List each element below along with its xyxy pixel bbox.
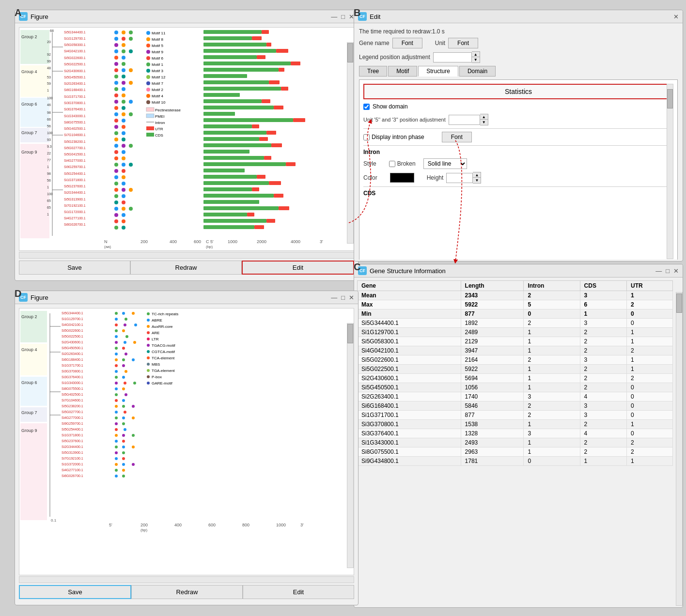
svg-point-299 [125,318,127,321]
svg-point-311 [122,347,125,350]
redraw-time: The time required to redraw:1.0 s [359,28,678,35]
svg-text:Si4G277100.1: Si4G277100.1 [64,216,86,220]
col-utr: UTR [627,281,673,291]
tab-tree[interactable]: Tree [359,66,387,77]
intron-color-swatch[interactable] [390,173,414,183]
cell-length: 2493 [461,438,524,447]
svg-text:Si5G238200.1: Si5G238200.1 [62,404,83,408]
unit-pos-spin[interactable]: -3.73 ▲ ▼ [449,114,488,125]
svg-point-390 [147,369,150,372]
svg-point-309 [133,341,136,344]
cell-gene: Si1G371700.1 [358,411,461,420]
structure-vscroll[interactable] [667,84,673,259]
gene-structure-minimize[interactable]: — [655,267,662,275]
figure-a-hscroll[interactable] [19,252,354,259]
show-domain-checkbox[interactable] [363,104,370,110]
figure-a-minimize[interactable]: — [331,13,337,20]
legend-pos-spin[interactable]: 0.00 ▲ ▼ [433,51,480,63]
gene-structure-controls[interactable]: — □ ✕ [655,267,679,275]
svg-rect-167 [203,93,240,97]
height-spin[interactable]: 0.40 ▲ ▼ [446,172,481,184]
svg-rect-189 [203,175,257,179]
figure-a-vscroll[interactable] [347,42,354,244]
svg-text:Si4G277000.1: Si4G277000.1 [64,159,86,162]
svg-text:Si6G168400.1: Si6G168400.1 [62,358,83,361]
figure-d-save[interactable]: Save [19,585,131,599]
cell-cds: 2 [580,447,626,457]
gene-table-vscroll[interactable] [676,292,683,606]
svg-point-135 [114,194,118,198]
legend-pos-spinbtns[interactable]: ▲ ▼ [472,51,480,63]
svg-text:(bp): (bp) [206,245,213,249]
table-row: Si8G075500.12963122 [358,447,673,457]
svg-rect-196 [274,194,283,198]
cell-utr: 1 [627,291,673,300]
broken-checkbox[interactable] [389,161,395,167]
svg-point-380 [147,338,150,340]
svg-point-97 [122,87,125,91]
svg-text:Group 6: Group 6 [21,380,37,385]
solid-line-select[interactable]: Solid line [423,158,467,169]
figure-d-maximize[interactable]: □ [341,294,345,301]
figure-a-controls[interactable]: — □ ✕ [331,13,354,20]
svg-text:Group 6: Group 6 [21,102,37,107]
gene-table: Gene Length Intron CDS UTR Mean2343231Ma… [357,280,673,466]
gene-structure-close[interactable]: ✕ [673,267,679,275]
font-btn-3[interactable]: Font [442,132,472,142]
broken-check: Broken [389,160,416,167]
unit-pos-input[interactable]: -3.73 [449,115,480,125]
svg-rect-195 [203,194,274,198]
cell-utr: 1 [627,355,673,365]
gene-structure-title-group: CF Gene Structure Information [358,266,446,275]
intron-phase-checkbox[interactable] [363,134,370,140]
svg-rect-201 [247,213,254,216]
height-up[interactable]: ▲ [473,172,481,178]
height-down[interactable]: ▼ [473,178,481,183]
svg-rect-181 [203,143,271,147]
figure-d-hscroll[interactable] [19,576,354,583]
svg-point-333 [122,405,125,408]
table-row: Si5G344400.11892230 [358,319,673,328]
figure-a-maximize[interactable]: □ [341,13,345,20]
figure-d-controls[interactable]: — □ ✕ [331,294,354,301]
table-row: Si3G376400.11328340 [358,429,673,438]
gene-table-scroll[interactable]: Gene Length Intron CDS UTR Mean2343231Ma… [357,280,680,603]
unit-pos-label: Unit '5'' and '3'' position adjustment [363,117,446,123]
figure-d-vscroll[interactable] [347,323,354,568]
edit-controls[interactable]: ✕ [673,13,679,20]
height-spinbtns[interactable]: ▲ ▼ [473,172,481,184]
legend-pos-down[interactable]: ▼ [472,57,480,62]
figure-d-redraw[interactable]: Redraw [131,585,243,599]
svg-point-303 [115,329,118,332]
gene-structure-titlebar: CF Gene Structure Information — □ ✕ [354,264,683,277]
unit-pos-up[interactable]: ▲ [480,114,488,120]
tab-domain[interactable]: Domain [459,66,496,77]
edit-close[interactable]: ✕ [673,13,679,20]
statistics-box[interactable]: Statistics [363,84,673,99]
svg-point-93 [114,81,118,85]
figure-a-titlebar: CF Figure — □ ✕ [15,10,358,23]
unit-pos-down[interactable]: ▼ [480,120,488,125]
svg-rect-184 [203,156,264,160]
height-input[interactable]: 0.40 [446,173,473,183]
svg-text:68: 68 [50,29,54,32]
svg-text:Motif 5: Motif 5 [152,44,164,48]
svg-point-112 [114,131,118,135]
font-btn-1[interactable]: Font [392,38,422,48]
figure-d-minimize[interactable]: — [331,294,337,301]
unit-pos-spinbtns[interactable]: ▲ ▼ [480,114,488,125]
figure-a-redraw[interactable]: Redraw [130,261,242,275]
svg-rect-203 [266,219,275,223]
legend-pos-input[interactable]: 0.00 [433,52,472,62]
figure-a-canvas: Group 2 Group 4 Group 6 Group 7 Group 9 [19,27,354,251]
figure-d-edit[interactable]: Edit [243,585,354,599]
tab-motif[interactable]: Motif [388,66,417,77]
legend-pos-up[interactable]: ▲ [472,52,480,57]
gene-structure-maximize[interactable]: □ [666,267,670,275]
svg-point-82 [122,49,125,53]
font-btn-2[interactable]: Font [448,38,478,48]
figure-d-close[interactable]: ✕ [349,294,354,301]
figure-a-edit[interactable]: Edit [242,261,354,275]
figure-a-save[interactable]: Save [19,261,130,275]
tab-structure[interactable]: Structure [418,66,458,77]
